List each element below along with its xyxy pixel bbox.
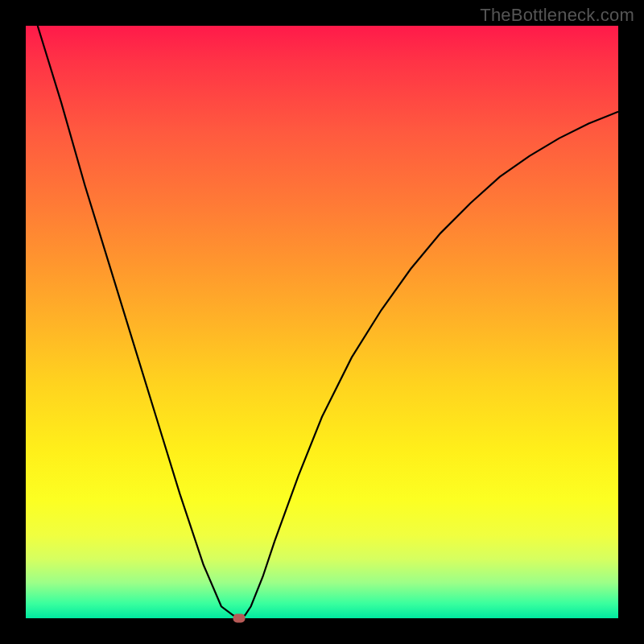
attribution-label: TheBottleneck.com [480,5,634,26]
bottleneck-curve [26,26,618,618]
chart-frame: TheBottleneck.com [0,0,644,644]
optimal-marker [233,614,245,623]
curve-path [38,26,618,618]
plot-area [26,26,618,618]
